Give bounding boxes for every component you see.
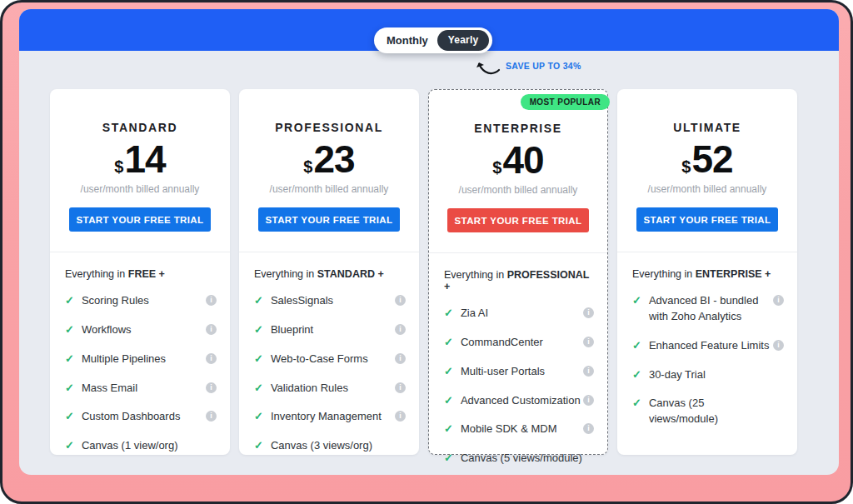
base-plan-note: Everything in ENTERPRISE + bbox=[632, 268, 784, 280]
feature-row: ✓Blueprinti bbox=[254, 322, 406, 338]
check-icon: ✓ bbox=[254, 352, 263, 367]
start-free-trial-button[interactable]: START YOUR FREE TRIAL bbox=[69, 207, 211, 232]
check-icon: ✓ bbox=[65, 293, 74, 308]
start-free-trial-button[interactable]: START YOUR FREE TRIAL bbox=[636, 207, 778, 232]
plan-price: $52 bbox=[617, 140, 797, 178]
curved-arrow-icon bbox=[476, 58, 501, 78]
check-icon: ✓ bbox=[632, 338, 641, 353]
start-free-trial-button[interactable]: START YOUR FREE TRIAL bbox=[447, 208, 589, 232]
feature-row: ✓Canvas (3 views/org) bbox=[254, 438, 406, 454]
info-icon[interactable]: i bbox=[773, 340, 784, 351]
info-icon[interactable]: i bbox=[395, 382, 406, 393]
feature-list: Everything in FREE + ✓Scoring Rulesi ✓Wo… bbox=[50, 252, 230, 454]
feature-list: Everything in PROFESSIONAL + ✓Zia AIi ✓C… bbox=[429, 253, 607, 467]
feature-row: ✓Inventory Managementi bbox=[254, 409, 406, 425]
plan-price: $14 bbox=[50, 140, 230, 178]
plan-card-standard: STANDARD $14 /user/month billed annually… bbox=[50, 89, 230, 455]
billing-note: /user/month billed annually bbox=[239, 183, 419, 195]
check-icon: ✓ bbox=[444, 451, 453, 466]
currency-symbol: $ bbox=[303, 157, 312, 176]
plan-name: ENTERPRISE bbox=[429, 122, 607, 135]
check-icon: ✓ bbox=[254, 293, 263, 308]
feature-list: Everything in STANDARD + ✓SalesSignalsi … bbox=[239, 252, 419, 454]
check-icon: ✓ bbox=[254, 438, 263, 453]
feature-row: ✓Multi-user Portalsi bbox=[444, 364, 594, 380]
feature-row: ✓Mass Emaili bbox=[65, 381, 217, 397]
check-icon: ✓ bbox=[254, 381, 263, 396]
feature-row: ✓Advanced Customizationi bbox=[444, 393, 594, 409]
info-icon[interactable]: i bbox=[395, 353, 406, 364]
info-icon[interactable]: i bbox=[395, 324, 406, 335]
info-icon[interactable]: i bbox=[206, 411, 217, 422]
billing-note: /user/month billed annually bbox=[50, 183, 230, 195]
feature-row: ✓Canvas (5 views/module) bbox=[444, 451, 594, 467]
feature-row: ✓SalesSignalsi bbox=[254, 293, 406, 309]
most-popular-badge: MOST POPULAR bbox=[521, 94, 610, 110]
base-plan-note: Everything in PROFESSIONAL + bbox=[444, 269, 594, 292]
base-plan-note: Everything in FREE + bbox=[65, 268, 217, 280]
info-icon[interactable]: i bbox=[206, 324, 217, 335]
billing-note: /user/month billed annually bbox=[429, 184, 607, 196]
info-icon[interactable]: i bbox=[206, 295, 217, 306]
plan-card-ultimate: ULTIMATE $52 /user/month billed annually… bbox=[617, 89, 797, 455]
info-icon[interactable]: i bbox=[583, 423, 594, 434]
billing-note: /user/month billed annually bbox=[617, 183, 797, 195]
feature-row: ✓Web-to-Case Formsi bbox=[254, 352, 406, 367]
check-icon: ✓ bbox=[254, 322, 263, 337]
savings-callout: SAVE UP TO 34% bbox=[476, 56, 581, 78]
info-icon[interactable]: i bbox=[583, 366, 594, 377]
pricing-panel: Monthly Yearly SAVE UP TO 34% STANDARD $… bbox=[19, 9, 839, 475]
price-value: 40 bbox=[502, 138, 543, 182]
feature-row: ✓Canvas (1 view/org) bbox=[65, 438, 217, 454]
check-icon: ✓ bbox=[444, 335, 453, 350]
plan-price: $23 bbox=[239, 140, 419, 178]
check-icon: ✓ bbox=[632, 293, 641, 308]
info-icon[interactable]: i bbox=[206, 382, 217, 393]
info-icon[interactable]: i bbox=[206, 353, 217, 364]
check-icon: ✓ bbox=[65, 322, 74, 337]
toggle-option-monthly[interactable]: Monthly bbox=[387, 34, 428, 47]
info-icon[interactable]: i bbox=[395, 411, 406, 422]
info-icon[interactable]: i bbox=[395, 295, 406, 306]
feature-row: ✓Mobile SDK & MDMi bbox=[444, 422, 594, 437]
plan-cards: STANDARD $14 /user/month billed annually… bbox=[50, 89, 797, 455]
info-icon[interactable]: i bbox=[583, 395, 594, 406]
toggle-option-yearly[interactable]: Yearly bbox=[437, 30, 490, 51]
price-value: 14 bbox=[124, 137, 165, 181]
feature-row: ✓Workflowsi bbox=[65, 322, 217, 338]
page-frame: Monthly Yearly SAVE UP TO 34% STANDARD $… bbox=[0, 0, 853, 504]
feature-row: ✓Advanced BI - bundled with Zoho Analyti… bbox=[632, 293, 784, 325]
plan-card-enterprise: MOST POPULAR ENTERPRISE $40 /user/month … bbox=[428, 89, 608, 455]
start-free-trial-button[interactable]: START YOUR FREE TRIAL bbox=[258, 207, 400, 232]
feature-row: ✓Scoring Rulesi bbox=[65, 293, 217, 309]
price-value: 52 bbox=[691, 137, 732, 181]
info-icon[interactable]: i bbox=[583, 337, 594, 347]
feature-row: ✓Multiple Pipelinesi bbox=[65, 352, 217, 367]
feature-row: ✓CommandCenteri bbox=[444, 335, 594, 351]
plan-name: PROFESSIONAL bbox=[239, 121, 419, 134]
plan-name: ULTIMATE bbox=[617, 121, 797, 134]
check-icon: ✓ bbox=[65, 438, 74, 453]
check-icon: ✓ bbox=[444, 422, 453, 437]
check-icon: ✓ bbox=[65, 352, 74, 367]
plan-name: STANDARD bbox=[50, 121, 230, 134]
currency-symbol: $ bbox=[114, 157, 123, 176]
plan-price: $40 bbox=[429, 141, 607, 179]
currency-symbol: $ bbox=[492, 158, 501, 177]
feature-row: ✓Enhanced Feature Limitsi bbox=[632, 338, 784, 354]
check-icon: ✓ bbox=[254, 409, 263, 424]
feature-list: Everything in ENTERPRISE + ✓Advanced BI … bbox=[617, 252, 797, 427]
check-icon: ✓ bbox=[632, 367, 641, 382]
feature-row: ✓Validation Rulesi bbox=[254, 381, 406, 397]
billing-period-toggle[interactable]: Monthly Yearly bbox=[374, 27, 492, 53]
savings-text: SAVE UP TO 34% bbox=[506, 61, 581, 71]
base-plan-note: Everything in STANDARD + bbox=[254, 268, 406, 280]
plan-card-professional: PROFESSIONAL $23 /user/month billed annu… bbox=[239, 89, 419, 455]
currency-symbol: $ bbox=[681, 157, 691, 176]
feature-row: ✓Zia AIi bbox=[444, 306, 594, 322]
info-icon[interactable]: i bbox=[773, 295, 784, 306]
info-icon[interactable]: i bbox=[583, 307, 594, 318]
check-icon: ✓ bbox=[444, 364, 453, 379]
check-icon: ✓ bbox=[632, 396, 641, 411]
check-icon: ✓ bbox=[444, 393, 453, 408]
